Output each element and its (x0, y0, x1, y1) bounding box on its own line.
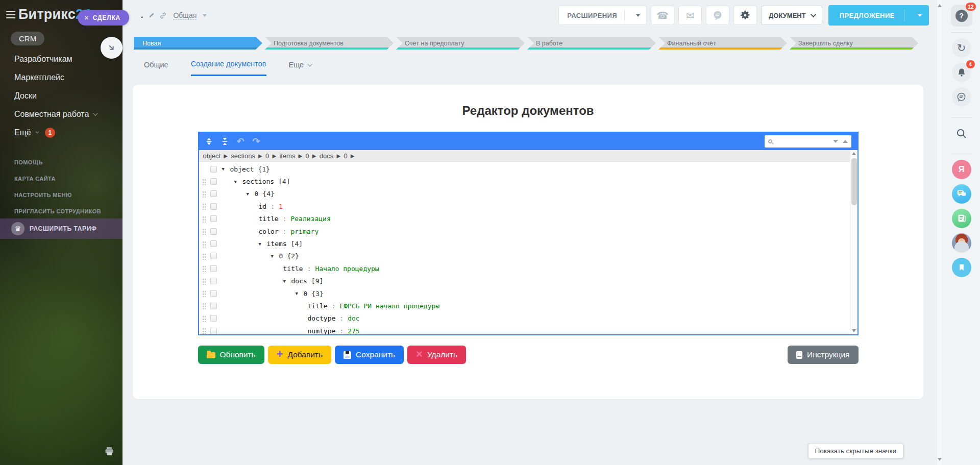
pipeline-category-selector[interactable]: Общая (173, 11, 197, 20)
collapse-triangle-icon[interactable] (283, 279, 291, 284)
stage-new[interactable]: Новая (134, 37, 262, 50)
tab-document-creation[interactable]: Создание документов (191, 60, 266, 76)
chevron-down-icon[interactable] (203, 14, 207, 17)
deal-tab-pill[interactable]: × СДЕЛКА (78, 10, 129, 26)
drag-handle-icon[interactable] (202, 253, 206, 260)
stage-in-progress[interactable]: В работе (527, 37, 656, 50)
stage-final-invoice[interactable]: Финальный счёт (658, 37, 787, 50)
json-key[interactable]: numtype (308, 327, 336, 334)
printer-icon[interactable] (104, 447, 114, 458)
drag-handle-icon[interactable] (202, 203, 206, 210)
row-menu-button[interactable] (210, 315, 217, 322)
drag-handle-icon[interactable] (202, 190, 206, 198)
messenger-button[interactable] (952, 87, 971, 107)
edit-pencil-icon[interactable] (148, 12, 155, 19)
drag-handle-icon[interactable] (202, 228, 206, 235)
json-key[interactable]: 0 (304, 290, 308, 298)
assistant-avatar[interactable] (952, 233, 971, 253)
json-key[interactable]: doctype (308, 314, 336, 322)
tab-more[interactable]: Еще (289, 60, 312, 76)
scroll-down-icon[interactable] (938, 458, 942, 461)
json-key[interactable]: title (308, 302, 328, 310)
collapse-triangle-icon[interactable] (222, 166, 230, 172)
search-button[interactable] (952, 124, 971, 143)
sidebar-item-more[interactable]: Ещё1 (14, 127, 96, 138)
drag-handle-icon[interactable] (202, 278, 206, 285)
search-prev-icon[interactable] (843, 140, 848, 143)
sidebar-item-configure-menu[interactable]: НАСТРОИТЬ МЕНЮ (14, 192, 101, 198)
collapse-triangle-icon[interactable] (247, 191, 255, 197)
sidebar-item-developers[interactable]: Разработчикам (14, 54, 96, 64)
page-scrollbar[interactable] (936, 0, 942, 465)
delete-button[interactable]: × Удалить (407, 346, 466, 364)
json-path-breadcrumb[interactable]: object ► sections ► 0 ► items ► 0 ► docs… (199, 150, 850, 162)
json-key[interactable]: title (283, 265, 303, 273)
row-menu-button[interactable] (210, 265, 217, 272)
sidebar-item-crm[interactable]: CRM (11, 32, 44, 45)
row-menu-button[interactable] (210, 203, 217, 210)
tab-general[interactable]: Общие (144, 60, 168, 76)
drag-handle-icon[interactable] (202, 215, 206, 223)
profile-avatar[interactable]: Я (952, 160, 971, 179)
chevron-down-icon[interactable] (630, 14, 646, 17)
json-value[interactable]: doc (348, 314, 359, 322)
editor-scrollbar[interactable] (850, 150, 857, 334)
save-button[interactable]: Сохранить (335, 346, 404, 364)
notifications-button[interactable]: 4 (952, 63, 971, 82)
scrollbar-thumb[interactable] (851, 158, 857, 205)
close-icon[interactable]: × (84, 14, 89, 21)
upgrade-plan-button[interactable]: ♛ РАСШИРИТЬ ТАРИФ (0, 218, 122, 239)
sidebar-item-collaboration[interactable]: Совместная работа (14, 109, 96, 119)
sidebar-item-invite-employees[interactable]: ПРИГЛАСИТЬ СОТРУДНИКОВ (14, 208, 101, 214)
json-key[interactable]: sections (242, 178, 275, 185)
row-menu-button[interactable] (210, 240, 217, 247)
undo-icon[interactable]: ↶ (237, 136, 244, 147)
sidebar-item-marketplace[interactable]: Маркетплейс (14, 72, 96, 83)
collapse-triangle-icon[interactable] (296, 291, 304, 296)
deal-title[interactable]: . (141, 11, 143, 20)
json-value[interactable]: ЕФРСБ РИ начало процедуры (339, 302, 439, 310)
scroll-down-icon[interactable] (850, 329, 857, 332)
row-menu-button[interactable] (210, 290, 217, 297)
hamburger-menu-icon[interactable] (6, 11, 15, 20)
stage-prepayment-invoice[interactable]: Счёт на предоплату (396, 37, 525, 50)
refresh-button[interactable]: Обновить (198, 346, 264, 364)
json-key[interactable]: 0 (279, 252, 283, 260)
copy-link-icon[interactable] (159, 12, 167, 19)
row-menu-button[interactable] (210, 215, 217, 222)
add-button[interactable]: + Добавить (268, 346, 331, 364)
sidebar-collapse-button[interactable] (101, 37, 122, 59)
chat-payment-button[interactable] (706, 6, 729, 25)
json-key[interactable]: title (259, 215, 279, 223)
row-menu-button[interactable] (210, 166, 217, 173)
json-value[interactable]: 275 (348, 327, 359, 334)
row-menu-button[interactable] (210, 228, 217, 235)
editor-search-input[interactable] (775, 137, 830, 145)
collapse-triangle-icon[interactable] (234, 179, 242, 184)
drag-handle-icon[interactable] (202, 265, 206, 272)
json-key[interactable]: 0 (255, 190, 259, 198)
sidebar-item-boards[interactable]: Доски (14, 90, 96, 101)
chevron-down-icon[interactable] (911, 14, 929, 17)
drag-handle-icon[interactable] (202, 240, 206, 248)
drag-handle-icon[interactable] (202, 290, 206, 297)
row-menu-button[interactable] (210, 303, 217, 309)
drag-handle-icon[interactable] (202, 327, 206, 334)
json-key[interactable]: docs (291, 277, 307, 285)
document-button[interactable]: ДОКУМЕНТ (761, 6, 822, 25)
instruction-button[interactable]: Инструкция (788, 346, 858, 364)
call-button[interactable]: ☎ (651, 6, 674, 25)
extensions-button[interactable]: РАСШИРЕНИЯ (558, 6, 647, 25)
chat-widget-avatar[interactable] (952, 184, 971, 204)
stage-close-deal[interactable]: Завершить сделку (790, 37, 918, 50)
history-button[interactable]: ↻ (952, 38, 971, 58)
json-key[interactable]: id (259, 203, 267, 210)
row-menu-button[interactable] (210, 328, 217, 334)
collapse-triangle-icon[interactable] (271, 254, 279, 259)
sidebar-item-help[interactable]: ПОМОЩЬ (14, 159, 101, 165)
json-key[interactable]: color (259, 228, 279, 235)
drag-handle-icon[interactable] (202, 302, 206, 309)
row-menu-button[interactable] (210, 278, 217, 284)
drag-handle-icon[interactable] (202, 315, 206, 322)
search-next-icon[interactable] (833, 140, 838, 143)
